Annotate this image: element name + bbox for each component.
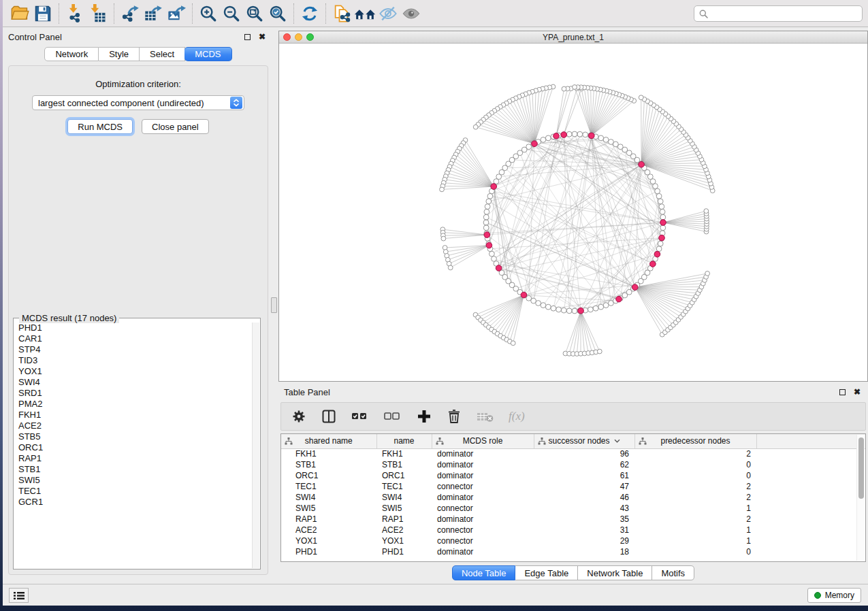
copy-style-icon[interactable] (330, 3, 353, 24)
table-row[interactable]: PHD1PHD1dominator180 (281, 546, 865, 557)
zoom-in-icon[interactable] (197, 3, 220, 24)
table-cell: TEC1 (376, 481, 432, 492)
network-canvas[interactable] (279, 44, 867, 381)
open-file-icon[interactable] (8, 3, 31, 24)
mcds-result-item[interactable]: RAP1 (18, 453, 252, 464)
table-cell: 18 (534, 546, 634, 557)
table-cell: ACE2 (376, 525, 432, 535)
show-all-icon[interactable] (400, 3, 423, 24)
mcds-result-item[interactable]: STB5 (18, 431, 252, 442)
table-cell: 0 (634, 470, 756, 481)
column-header-successor-nodes[interactable]: successor nodes (534, 434, 634, 448)
zoom-fit-icon[interactable] (243, 3, 266, 24)
float-panel-icon[interactable] (242, 31, 253, 42)
table-row[interactable]: ORC1ORC1dominator610 (281, 470, 865, 481)
mcds-result-item[interactable]: STP4 (18, 344, 252, 355)
split-view-icon[interactable] (321, 408, 337, 425)
deselect-all-icon[interactable] (383, 408, 402, 425)
network-graph[interactable] (279, 44, 867, 381)
mcds-result-item[interactable]: PHD1 (18, 323, 252, 333)
search-input[interactable] (711, 9, 857, 18)
mcds-result-item[interactable]: PMA2 (18, 399, 252, 410)
mcds-result-item[interactable]: CAR1 (18, 333, 252, 344)
close-panel-icon[interactable]: ✖ (257, 31, 268, 42)
column-header-MCDS-role[interactable]: MCDS role (432, 434, 534, 448)
table-cell: ORC1 (376, 470, 432, 481)
panel-splitter-handle[interactable] (271, 297, 277, 313)
export-image-icon[interactable] (165, 3, 188, 24)
table-row[interactable]: STB1STB1dominator620 (281, 459, 865, 470)
table-cell: dominator (432, 546, 534, 557)
network-window-titlebar[interactable]: YPA_prune.txt_1 (279, 31, 867, 44)
table-cell: SWI4 (376, 492, 432, 503)
table-cell: connector (432, 525, 534, 535)
table-header-row: shared namenameMCDS rolesuccessor nodesp… (281, 434, 865, 448)
toolbar-separator (59, 3, 59, 24)
control-panel-tabs: NetworkStyleSelectMCDS (44, 47, 231, 61)
close-table-panel-icon[interactable]: ✖ (852, 386, 863, 397)
table-row[interactable]: TEC1TEC1connector472 (281, 481, 865, 492)
task-history-button[interactable] (9, 588, 29, 603)
table-scrollbar[interactable] (856, 435, 865, 561)
mcds-result-item[interactable]: SWI5 (18, 475, 252, 486)
table-row[interactable]: RAP1RAP1dominator352 (281, 514, 865, 525)
column-header-predecessor-nodes[interactable]: predecessor nodes (634, 434, 756, 448)
tab-style[interactable]: Style (99, 47, 140, 61)
table-row[interactable]: YOX1YOX1connector291 (281, 535, 865, 546)
run-mcds-button[interactable]: Run MCDS (67, 119, 133, 134)
table-cell: 35 (534, 514, 634, 525)
tab-node-table[interactable]: Node Table (452, 565, 516, 580)
mcds-result-list[interactable]: PHD1CAR1STP4TID3YOX1SWI4SRD1PMA2FKH1ACE2… (14, 323, 252, 568)
tab-network-table[interactable]: Network Table (578, 565, 652, 580)
table-tabs: Node TableEdge TableNetwork TableMotifs (278, 565, 868, 580)
export-network-icon[interactable] (118, 3, 142, 24)
mcds-result-item[interactable]: FKH1 (18, 410, 252, 420)
mcds-result-item[interactable]: ACE2 (18, 420, 252, 431)
select-all-icon[interactable] (351, 408, 370, 425)
table-row[interactable]: SWI5SWI5connector431 (281, 503, 865, 514)
table-cell: 46 (534, 492, 634, 503)
close-panel-button[interactable]: Close panel (142, 119, 209, 134)
mcds-list-scrollbar[interactable] (252, 323, 259, 568)
table-cell: RAP1 (281, 514, 376, 525)
import-network-icon[interactable] (63, 3, 86, 24)
hide-selected-icon[interactable] (376, 3, 400, 24)
table-cell: RAP1 (376, 514, 432, 525)
mcds-result-item[interactable]: YOX1 (18, 366, 252, 377)
mcds-result-item[interactable]: TID3 (18, 355, 252, 366)
table-row[interactable]: ACE2ACE2connector311 (281, 525, 865, 535)
search-box[interactable] (694, 5, 863, 22)
table-row[interactable]: FKH1FKH1dominator962 (281, 448, 865, 459)
column-header-shared-name[interactable]: shared name (281, 434, 376, 448)
table-cell-filler (756, 448, 865, 459)
zoom-selected-icon[interactable] (266, 3, 289, 24)
mcds-result-item[interactable]: SWI4 (18, 377, 252, 388)
mcds-result-item[interactable]: ORC1 (18, 442, 252, 453)
first-neighbors-icon[interactable] (353, 3, 376, 24)
mcds-result-item[interactable]: STB1 (18, 464, 252, 475)
tab-mcds[interactable]: MCDS (184, 47, 231, 61)
settings-icon[interactable] (291, 408, 307, 425)
add-column-icon[interactable] (416, 408, 432, 425)
zoom-out-icon[interactable] (220, 3, 243, 24)
tab-motifs[interactable]: Motifs (652, 565, 694, 580)
table-row[interactable]: SWI4SWI4dominator462 (281, 492, 865, 503)
delete-column-icon[interactable] (446, 408, 462, 425)
tab-edge-table[interactable]: Edge Table (515, 565, 578, 580)
mcds-result-item[interactable]: TEC1 (18, 486, 252, 497)
save-icon[interactable] (31, 3, 54, 24)
mcds-result-item[interactable]: GCR1 (18, 497, 252, 508)
column-header-name[interactable]: name (376, 434, 432, 448)
float-table-panel-icon[interactable] (837, 386, 848, 397)
mcds-result-item[interactable]: SRD1 (18, 388, 252, 399)
table-scrollbar-thumb[interactable] (858, 437, 864, 499)
criterion-select[interactable]: largest connected component (undirected) (32, 95, 244, 110)
tab-network[interactable]: Network (44, 47, 99, 61)
export-table-icon[interactable] (142, 3, 165, 24)
table-cell: STB1 (376, 459, 432, 470)
table-cell: PHD1 (376, 546, 432, 557)
import-table-icon[interactable] (86, 3, 110, 24)
tab-select[interactable]: Select (140, 47, 185, 61)
memory-button[interactable]: Memory (807, 588, 861, 603)
refresh-icon[interactable] (298, 3, 321, 24)
